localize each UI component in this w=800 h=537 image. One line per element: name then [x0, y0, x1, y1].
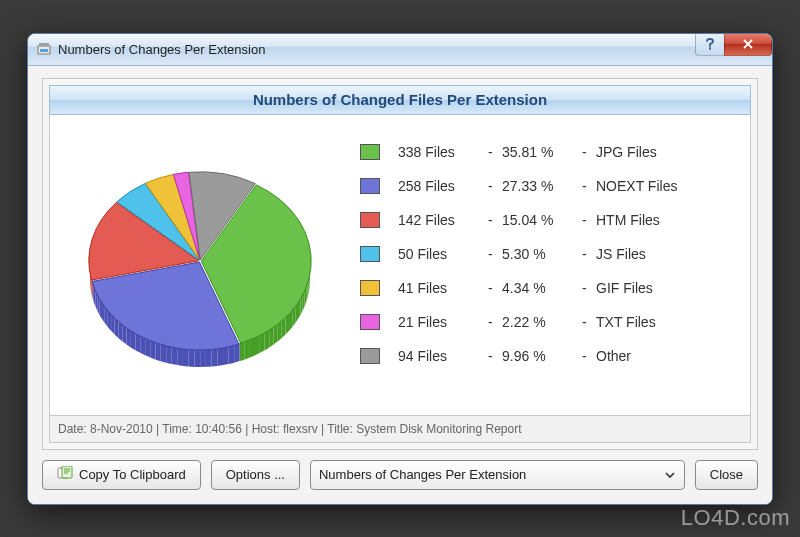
legend-label: JS Files	[596, 246, 740, 262]
sep: -	[488, 212, 502, 228]
legend-swatch	[360, 144, 380, 160]
chart-row: 338 Files-35.81 %-JPG Files258 Files-27.…	[49, 115, 751, 415]
close-button[interactable]: Close	[695, 460, 758, 490]
clipboard-icon	[57, 466, 73, 483]
legend-files: 142 Files	[398, 212, 488, 228]
sep: -	[582, 212, 596, 228]
sep: -	[488, 178, 502, 194]
legend-row: 258 Files-27.33 %-NOEXT Files	[360, 169, 740, 203]
legend-pct: 35.81 %	[502, 144, 582, 160]
sep: -	[488, 348, 502, 364]
help-button[interactable]	[695, 34, 725, 56]
svg-rect-2	[40, 49, 48, 52]
copy-to-clipboard-button[interactable]: Copy To Clipboard	[42, 460, 201, 490]
sep: -	[582, 280, 596, 296]
options-button[interactable]: Options ...	[211, 460, 300, 490]
svg-rect-1	[39, 43, 49, 46]
select-value: Numbers of Changes Per Extension	[319, 467, 526, 482]
legend-pct: 2.22 %	[502, 314, 582, 330]
legend-row: 338 Files-35.81 %-JPG Files	[360, 135, 740, 169]
button-row: Copy To Clipboard Options ... Numbers of…	[42, 460, 758, 490]
watermark: LO4D.com	[681, 505, 790, 531]
sep: -	[488, 246, 502, 262]
app-icon	[36, 41, 52, 57]
legend-label: HTM Files	[596, 212, 740, 228]
legend-label: GIF Files	[596, 280, 740, 296]
legend-label: NOEXT Files	[596, 178, 740, 194]
view-select[interactable]: Numbers of Changes Per Extension	[310, 460, 685, 490]
legend-swatch	[360, 246, 380, 262]
svg-rect-4	[62, 466, 72, 478]
legend-files: 338 Files	[398, 144, 488, 160]
sep: -	[582, 348, 596, 364]
status-bar: Date: 8-Nov-2010 | Time: 10:40:56 | Host…	[49, 415, 751, 443]
legend-swatch	[360, 178, 380, 194]
legend-label: Other	[596, 348, 740, 364]
legend-pct: 4.34 %	[502, 280, 582, 296]
client-area: Numbers of Changed Files Per Extension 3…	[28, 66, 772, 504]
legend-row: 50 Files-5.30 %-JS Files	[360, 237, 740, 271]
legend-pct: 5.30 %	[502, 246, 582, 262]
sep: -	[488, 144, 502, 160]
legend-files: 258 Files	[398, 178, 488, 194]
button-label: Options ...	[226, 467, 285, 482]
legend-files: 94 Files	[398, 348, 488, 364]
dialog-window: Numbers of Changes Per Extension Numbers…	[27, 33, 773, 505]
legend-row: 21 Files-2.22 %-TXT Files	[360, 305, 740, 339]
chevron-down-icon	[664, 468, 676, 485]
button-label: Copy To Clipboard	[79, 467, 186, 482]
content-panel: Numbers of Changed Files Per Extension 3…	[42, 78, 758, 450]
sep: -	[582, 314, 596, 330]
button-label: Close	[710, 467, 743, 482]
legend-label: TXT Files	[596, 314, 740, 330]
window-controls	[696, 34, 772, 56]
legend-pct: 27.33 %	[502, 178, 582, 194]
sep: -	[488, 280, 502, 296]
titlebar[interactable]: Numbers of Changes Per Extension	[28, 34, 772, 66]
pie-chart	[50, 115, 350, 415]
legend-swatch	[360, 280, 380, 296]
legend-swatch	[360, 314, 380, 330]
legend-files: 41 Files	[398, 280, 488, 296]
legend-pct: 9.96 %	[502, 348, 582, 364]
close-icon	[742, 39, 754, 49]
legend-row: 41 Files-4.34 %-GIF Files	[360, 271, 740, 305]
legend-files: 50 Files	[398, 246, 488, 262]
sep: -	[582, 178, 596, 194]
legend-label: JPG Files	[596, 144, 740, 160]
legend-swatch	[360, 348, 380, 364]
panel-title: Numbers of Changed Files Per Extension	[49, 85, 751, 115]
legend-swatch	[360, 212, 380, 228]
window-title: Numbers of Changes Per Extension	[58, 42, 265, 57]
legend-row: 142 Files-15.04 %-HTM Files	[360, 203, 740, 237]
sep: -	[488, 314, 502, 330]
legend-files: 21 Files	[398, 314, 488, 330]
legend-row: 94 Files-9.96 %-Other	[360, 339, 740, 373]
help-icon	[705, 38, 715, 50]
sep: -	[582, 246, 596, 262]
close-window-button[interactable]	[724, 34, 772, 56]
legend: 338 Files-35.81 %-JPG Files258 Files-27.…	[350, 115, 750, 415]
sep: -	[582, 144, 596, 160]
legend-pct: 15.04 %	[502, 212, 582, 228]
